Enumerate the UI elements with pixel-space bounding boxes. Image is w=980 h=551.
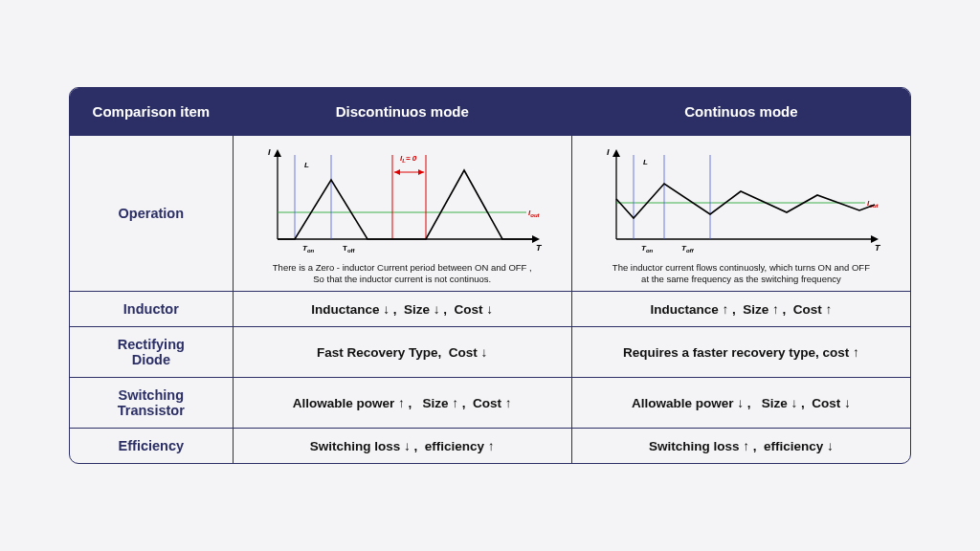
row-transistor: Switching Transistor Allowable power ↑ ,… bbox=[70, 377, 910, 428]
efficiency-ccm-value: Switching loss ↑ , efficiency ↓ bbox=[649, 439, 834, 453]
dcm-waveform-chart: I T Iout L IL= 0 Ton bbox=[249, 143, 555, 258]
row-operation-ccm-cell: I T Iout L Ton Toff The inductor current… bbox=[571, 136, 910, 292]
row-transistor-label: Switching Transistor bbox=[118, 387, 185, 418]
svg-marker-15 bbox=[418, 169, 424, 175]
dcm-caption: There is a Zero - inductor Current perio… bbox=[273, 262, 532, 286]
svg-text:Toff: Toff bbox=[681, 244, 694, 253]
diode-ccm-value: Requires a faster recovery type, cost ↑ bbox=[623, 345, 859, 360]
row-operation: Operation I T Iout L bbox=[70, 135, 910, 292]
row-efficiency: Efficiency Switching loss ↓ , efficiency… bbox=[70, 428, 910, 463]
row-diode-dcm: Fast Recovery Type, Cost ↓ bbox=[233, 327, 571, 377]
row-efficiency-label-cell: Efficiency bbox=[70, 429, 233, 463]
svg-marker-20 bbox=[612, 149, 620, 157]
svg-text:Toff: Toff bbox=[343, 244, 356, 253]
diode-dcm-value: Fast Recovery Type, Cost ↓ bbox=[317, 345, 487, 360]
inductor-ccm-value: Inductance ↑ , Size ↑ , Cost ↑ bbox=[651, 302, 833, 317]
row-efficiency-label: Efficiency bbox=[119, 438, 185, 453]
row-operation-label: Operation bbox=[119, 206, 184, 221]
svg-text:L: L bbox=[304, 161, 309, 169]
ccm-caption: The inductor current flows continuosly, … bbox=[612, 262, 870, 286]
row-diode-label-cell: Rectifying Diode bbox=[70, 327, 233, 377]
row-transistor-ccm: Allowable power ↓ , Size ↓ , Cost ↓ bbox=[571, 378, 910, 428]
row-inductor-label-cell: Inductor bbox=[70, 292, 233, 326]
svg-text:I: I bbox=[607, 147, 610, 157]
svg-text:L: L bbox=[643, 158, 648, 166]
header-col3: Continuos mode bbox=[571, 88, 910, 135]
svg-marker-1 bbox=[274, 149, 281, 157]
row-diode-label: Rectifying Diode bbox=[118, 337, 185, 367]
row-efficiency-dcm: Switching loss ↓ , efficiency ↑ bbox=[233, 429, 571, 463]
row-diode: Rectifying Diode Fast Recovery Type, Cos… bbox=[70, 326, 910, 377]
svg-text:Ton: Ton bbox=[641, 244, 654, 253]
row-inductor-ccm: Inductance ↑ , Size ↑ , Cost ↑ bbox=[571, 292, 910, 326]
row-transistor-label-cell: Switching Transistor bbox=[70, 378, 233, 428]
row-inductor: Inductor Inductance ↓ , Size ↓ , Cost ↓ … bbox=[70, 291, 910, 326]
transistor-ccm-value: Allowable power ↓ , Size ↓ , Cost ↓ bbox=[632, 396, 851, 410]
svg-text:T: T bbox=[536, 243, 543, 253]
transistor-dcm-value: Allowable power ↑ , Size ↑ , Cost ↑ bbox=[293, 396, 512, 410]
svg-text:Iout: Iout bbox=[528, 209, 541, 218]
ccm-waveform-chart: I T Iout L Ton Toff bbox=[588, 143, 894, 258]
svg-text:Ton: Ton bbox=[302, 244, 315, 253]
header-col1: Comparison item bbox=[70, 88, 233, 135]
table-header-row: Comparison item Discontinuos mode Contin… bbox=[70, 88, 910, 135]
efficiency-dcm-value: Switching loss ↓ , efficiency ↑ bbox=[310, 439, 495, 453]
row-operation-dcm-cell: I T Iout L IL= 0 Ton bbox=[233, 136, 571, 292]
row-operation-label-cell: Operation bbox=[70, 136, 233, 292]
row-efficiency-ccm: Switching loss ↑ , efficiency ↓ bbox=[571, 429, 910, 463]
svg-text:IL= 0: IL= 0 bbox=[400, 154, 417, 164]
svg-marker-14 bbox=[394, 169, 400, 175]
header-col2: Discontinuos mode bbox=[233, 88, 571, 135]
svg-text:I: I bbox=[268, 147, 271, 157]
row-diode-ccm: Requires a faster recovery type, cost ↑ bbox=[571, 327, 910, 377]
row-transistor-dcm: Allowable power ↑ , Size ↑ , Cost ↑ bbox=[233, 378, 571, 428]
svg-marker-22 bbox=[871, 235, 879, 243]
svg-text:T: T bbox=[875, 243, 881, 253]
inductor-dcm-value: Inductance ↓ , Size ↓ , Cost ↓ bbox=[311, 302, 493, 317]
comparison-table: Comparison item Discontinuos mode Contin… bbox=[69, 87, 911, 465]
row-inductor-dcm: Inductance ↓ , Size ↓ , Cost ↓ bbox=[233, 292, 571, 326]
row-inductor-label: Inductor bbox=[123, 301, 179, 317]
